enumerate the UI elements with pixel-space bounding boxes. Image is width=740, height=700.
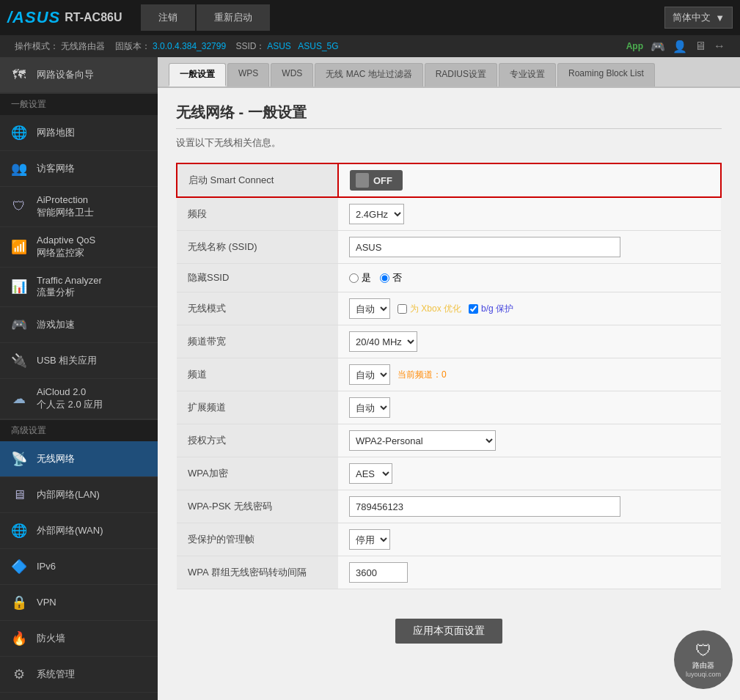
gamepad-icon[interactable]: 🎮 [651,40,665,54]
sidebar-item-qos[interactable]: 📶 Adaptive QoS网络监控家 [0,227,158,268]
firmware-link[interactable]: 3.0.0.4.384_32799 [153,41,226,51]
tab-roaming[interactable]: Roaming Block List [557,63,655,86]
wireless-mode-value: 自动 为 Xbox 优化 b/g 保护 [338,292,721,325]
xbox-optimize-checkbox-label[interactable]: 为 Xbox 优化 [398,303,461,315]
sidebar-item-syslog[interactable]: 📋 系统记录 [0,693,158,700]
row-protected-frame: 受保护的管理帧 停用 可选 必须 [177,523,721,556]
protected-frame-select[interactable]: 停用 可选 必须 [349,529,390,550]
sidebar-item-ipv6[interactable]: 🔷 IPv6 [0,549,158,585]
wpa-encrypt-value: AES TKIP [338,457,721,490]
wpa-password-input[interactable] [349,496,620,517]
sidebar-label: 内部网络(LAN) [37,489,100,501]
ext-channel-value: 自动 [338,391,721,424]
ext-channel-select[interactable]: 自动 [349,397,390,418]
protected-frame-label: 受保护的管理帧 [177,523,338,556]
sidebar-item-network-wizard[interactable]: 🗺 网路设备向导 [0,57,158,93]
tab-wps[interactable]: WPS [227,63,269,86]
tab-radius[interactable]: RADIUS设置 [425,63,497,86]
sidebar-label: 无线网络 [37,453,75,465]
row-wpa-encrypt: WPA加密 AES TKIP [177,457,721,490]
chevron-down-icon: ▼ [715,12,725,23]
lan-icon: 🖥 [9,485,29,505]
hide-ssid-no-radio[interactable] [380,273,389,283]
freq-band-select[interactable]: 2.4GHz 5GHz [349,204,404,224]
ssid2-link[interactable]: ASUS_5G [298,41,338,51]
xbox-optimize-checkbox[interactable] [398,304,407,314]
watermark-line2: luyouqi.com [686,671,721,678]
row-frequency-band: 频段 2.4GHz 5GHz [177,197,721,231]
sidebar-label: 访客网络 [37,163,75,175]
sidebar-section-general: 一般设置 [0,93,158,115]
wpa-encrypt-select[interactable]: AES TKIP [349,463,392,484]
bg-protect-checkbox[interactable] [469,304,478,314]
sidebar-item-lan[interactable]: 🖥 内部网络(LAN) [0,477,158,513]
language-select[interactable]: 简体中文 ▼ [664,7,733,29]
sidebar-item-traffic[interactable]: 📊 Traffic Analyzer流量分析 [0,268,158,308]
channel-bw-select[interactable]: 20/40 MHz 20 MHz 40 MHz [349,331,417,352]
sidebar-label: 防火墙 [37,633,65,645]
vpn-icon: 🔒 [9,592,29,613]
bg-protect-checkbox-label[interactable]: b/g 保护 [469,303,513,315]
sidebar-item-wireless[interactable]: 📡 无线网络 [0,441,158,477]
tab-wds[interactable]: WDS [271,63,313,86]
wireless-mode-select[interactable]: 自动 [349,298,390,319]
sidebar-item-game[interactable]: 🎮 游戏加速 [0,307,158,343]
tab-general[interactable]: 一般设置 [169,63,226,86]
tab-bar: 一般设置 WPS WDS 无线 MAC 地址过滤器 RADIUS设置 专业设置 … [158,57,740,88]
sidebar-item-usb[interactable]: 🔌 USB 相关应用 [0,343,158,379]
ssid1-link[interactable]: ASUS [267,41,291,51]
page-subtitle: 设置以下无线相关信息。 [176,136,722,150]
page-content: 无线网络 - 一般设置 设置以下无线相关信息。 启动 Smart Connect… [158,88,740,658]
hide-ssid-no[interactable]: 否 [380,271,402,284]
sidebar-item-admin[interactable]: ⚙ 系统管理 [0,657,158,693]
smart-connect-toggle[interactable]: OFF [350,170,403,191]
app-label: App [626,41,643,51]
tab-mac-filter[interactable]: 无线 MAC 地址过滤器 [315,63,422,86]
channel-bw-label: 频道带宽 [177,325,338,358]
group-key-input[interactable] [349,562,408,583]
row-ssid: 无线名称 (SSID) [177,231,721,264]
wireless-mode-label: 无线模式 [177,292,338,325]
share-icon[interactable]: ↔ [714,40,725,53]
row-ext-channel: 扩展频道 自动 [177,391,721,424]
settings-table: 启动 Smart Connect OFF 频段 2.4GHz 5G [176,163,722,589]
sidebar-item-guest[interactable]: 👥 访客网络 [0,151,158,187]
wireless-mode-row: 自动 为 Xbox 优化 b/g 保护 [349,298,710,319]
channel-bw-value: 20/40 MHz 20 MHz 40 MHz [338,325,721,358]
hide-ssid-yes[interactable]: 是 [349,271,371,284]
main-layout: 🗺 网路设备向导 一般设置 🌐 网路地图 👥 访客网络 🛡 AiProtecti… [0,57,740,700]
current-channel-text: 当前频道：0 [398,369,447,381]
network-map-icon: 🌐 [9,122,29,143]
auth-method-value: WPA2-Personal WPA-Personal Open System [338,424,721,457]
wpa-encrypt-label: WPA加密 [177,457,338,490]
row-hide-ssid: 隐藏SSID 是 否 [177,264,721,292]
channel-select[interactable]: 自动 [349,364,390,385]
logo-area: /ASUS RT-AC86U [7,8,139,27]
ssid-label: 无线名称 (SSID) [177,231,338,264]
status-info: 操作模式： 无线路由器 固版本： 3.0.0.4.384_32799 SSID：… [15,40,339,53]
hide-ssid-yes-radio[interactable] [349,273,359,283]
logout-button[interactable]: 注销 [141,4,195,31]
sidebar-item-firewall[interactable]: 🔥 防火墙 [0,621,158,657]
row-channel-bw: 频道带宽 20/40 MHz 20 MHz 40 MHz [177,325,721,358]
monitor-icon[interactable]: 🖥 [695,40,706,53]
user-icon[interactable]: 👤 [673,40,687,54]
sidebar-item-vpn[interactable]: 🔒 VPN [0,585,158,621]
ssid-input[interactable] [349,237,620,257]
tab-professional[interactable]: 专业设置 [499,63,556,86]
group-key-value [338,556,721,589]
page-title: 无线网络 - 一般设置 [176,103,722,129]
apply-button[interactable]: 应用本页面设置 [395,619,502,644]
auth-method-select[interactable]: WPA2-Personal WPA-Personal Open System [349,430,496,451]
hide-ssid-label: 隐藏SSID [177,264,338,292]
group-key-label: WPA 群组无线密码转动间隔 [177,556,338,589]
sidebar-label: 游戏加速 [37,319,75,331]
toggle-off-label: OFF [373,175,392,186]
firewall-icon: 🔥 [9,628,29,649]
sidebar-item-network-map[interactable]: 🌐 网路地图 [0,115,158,151]
restart-button[interactable]: 重新启动 [197,4,270,31]
sidebar-item-wan[interactable]: 🌐 外部网络(WAN) [0,513,158,549]
sidebar-item-aicloud[interactable]: ☁ AiCloud 2.0个人云 2.0 应用 [0,379,158,419]
sidebar-label: Adaptive QoS网络监控家 [37,235,95,259]
sidebar-item-aiprotection[interactable]: 🛡 AiProtection智能网络卫士 [0,187,158,227]
